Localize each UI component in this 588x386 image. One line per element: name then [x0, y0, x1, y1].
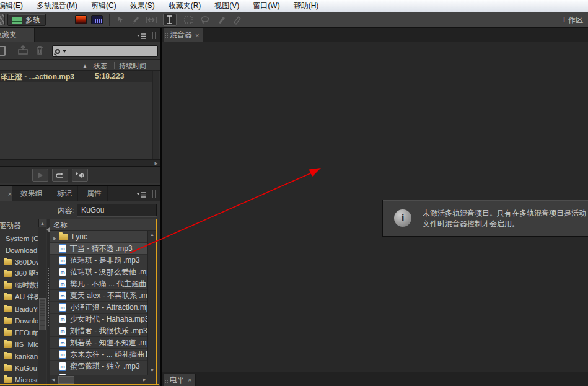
tree-row[interactable]: m夏天 alex - 不再联系 .mp3 — [50, 290, 148, 302]
tree-row[interactable]: m东来东往 - ... 婚礼插曲】 — [50, 349, 148, 361]
column-status[interactable]: 状态 — [94, 61, 107, 71]
marquee-selection-tool-icon[interactable] — [182, 14, 195, 26]
spectral-display-button[interactable] — [75, 15, 87, 24]
multitrack-button[interactable]: 多轨 — [7, 14, 46, 26]
tree-row-label: 东来东往 - ... 婚礼插曲】 — [70, 349, 148, 360]
tab-favorites[interactable]: 收藏夹 — [0, 28, 35, 42]
scroll-right-icon[interactable]: ▶ — [143, 377, 146, 382]
import-file-icon[interactable] — [0, 46, 6, 56]
tab-levels[interactable]: 电平 × — [164, 374, 196, 386]
tree-row[interactable]: m范玮琪 - 是非题 .mp3 — [50, 255, 148, 266]
slip-tool-icon[interactable] — [144, 14, 158, 26]
razor-tool-icon[interactable] — [129, 14, 143, 26]
tab-effects-rack[interactable]: 效果组 — [15, 186, 48, 201]
tree-row[interactable]: m刘若英 - 知道不知道 .mp3 — [50, 337, 148, 349]
scroll-up-icon[interactable]: ▲ — [38, 219, 46, 227]
tab-media-browser-active[interactable]: × — [0, 186, 12, 201]
drive-item[interactable]: kankan — [0, 350, 38, 362]
menu-item-0[interactable]: 编辑(E) — [0, 0, 30, 12]
menu-item-4[interactable]: 收藏夹(R) — [162, 0, 208, 12]
menu-item-6[interactable]: 窗口(W) — [246, 0, 286, 12]
auto-play-button[interactable] — [72, 169, 88, 182]
tab-mixer[interactable]: 混音器 × — [164, 28, 203, 42]
menu-item-3[interactable]: 效果(S) — [123, 0, 162, 12]
drives-scrollbar[interactable]: ▲ — [38, 219, 46, 386]
files-horizontal-scrollbar[interactable]: ▶ — [0, 159, 160, 166]
drive-item[interactable]: 360 驱动 — [0, 268, 38, 279]
tree-row[interactable]: m刘惜君 - 我很快乐 .mp3 — [50, 325, 148, 337]
tab-markers[interactable]: 标记 — [51, 186, 78, 201]
files-vertical-scrollbar[interactable] — [152, 71, 159, 159]
lasso-selection-tool-icon[interactable] — [198, 14, 212, 26]
levels-tabstrip: 电平 × — [162, 372, 588, 386]
time-selection-tool-icon[interactable] — [163, 14, 177, 26]
scrollbar-thumb[interactable] — [58, 376, 74, 384]
drive-item[interactable]: FFOutput — [0, 327, 38, 338]
loop-playback-button[interactable] — [52, 169, 68, 182]
content-dropdown[interactable]: KuGou — [77, 204, 157, 216]
import-into-session-icon[interactable] — [17, 45, 30, 56]
drive-item[interactable]: System (C:) — [0, 232, 38, 244]
tab-properties[interactable]: 属性 — [81, 186, 108, 201]
tree-horizontal-scrollbar[interactable]: ◀ ▶ — [50, 375, 156, 384]
tree-row-label: 樊凡 - 不痛 ... 代主题曲】 — [70, 279, 148, 289]
scroll-right-icon[interactable]: ▶ — [155, 161, 158, 166]
menu-item-5[interactable]: 视图(V) — [208, 0, 246, 12]
workspace-menu[interactable]: 工作区 — [561, 15, 583, 25]
column-duration[interactable]: 持续时间 — [119, 61, 146, 71]
panel-grip[interactable] — [152, 190, 157, 198]
expand-arrow-icon[interactable] — [50, 231, 58, 242]
tree-row[interactable]: m少女时代 - Hahaha.mp3 — [50, 314, 148, 325]
mixer-area: 混音器 × i 未激活多轨混音项目。只有在多轨混音项目是活动 文件时混音器控制才… — [162, 28, 588, 386]
scroll-down-icon[interactable]: ▼ — [148, 367, 156, 375]
tree-row[interactable]: m樊凡 - 不痛 ... 代主题曲】 — [50, 278, 148, 290]
paintbrush-selection-tool-icon[interactable] — [215, 14, 229, 26]
close-tab-icon[interactable]: × — [8, 190, 12, 198]
move-tool-icon[interactable] — [114, 14, 128, 26]
tree-row[interactable]: m范玮琪 - 没那么爱他 .mp3 — [50, 266, 148, 278]
close-tab-icon[interactable]: × — [195, 32, 199, 39]
search-box[interactable] — [52, 45, 158, 57]
tree-row-label: 刘若英 - 知道不知道 .mp3 — [70, 338, 148, 348]
tree-row-label: 丁当 - 猜不透 .mp3 — [70, 243, 133, 254]
drive-item[interactable]: IIS_Mic — [0, 338, 38, 350]
tree-row[interactable]: Lyric — [50, 231, 148, 243]
folder-icon — [59, 234, 68, 240]
drive-item[interactable]: KuGou — [0, 362, 38, 374]
tree-vertical-scrollbar[interactable]: ▲ ▼ — [147, 231, 156, 375]
scrollbar-thumb[interactable] — [39, 298, 46, 330]
tree-row[interactable]: m蜜雪薇琪 - 独立 .mp3 — [50, 361, 148, 372]
drive-item[interactable]: BaiduYun — [0, 303, 38, 315]
panel-grip[interactable] — [152, 32, 157, 39]
drive-item[interactable]: AU 伴奏 — [0, 291, 38, 303]
menu-item-1[interactable]: 多轨混音(M) — [30, 0, 84, 12]
folder-icon — [4, 259, 12, 265]
drive-item[interactable]: Download (D:) — [0, 244, 38, 256]
scroll-left-icon[interactable]: ◀ — [51, 377, 55, 382]
drive-item[interactable]: Microsoft — [0, 374, 38, 385]
sort-ascending-icon[interactable]: ▲ — [82, 63, 87, 69]
search-input[interactable] — [66, 47, 155, 56]
drive-item[interactable]: 360Dow — [0, 256, 38, 268]
menu-item-7[interactable]: 帮助(H) — [287, 0, 326, 12]
panel-menu-icon[interactable] — [136, 32, 147, 39]
delete-icon[interactable] — [35, 45, 47, 56]
folder-icon — [4, 341, 12, 348]
waveform-display-button[interactable] — [91, 15, 103, 24]
tree-row[interactable]: m小泽正澄 - Attraction.mp3 — [50, 302, 148, 314]
spot-healing-brush-tool-icon[interactable] — [230, 14, 244, 26]
drive-item[interactable]: 临时数据 — [0, 279, 38, 291]
tree-column-name[interactable]: 名称 — [50, 219, 156, 231]
tab-grip-icon — [165, 376, 168, 384]
panel-menu-icon[interactable] — [136, 190, 147, 198]
file-row[interactable]: 小泽正澄 - ...action.mp3 5:18.223 — [0, 71, 152, 82]
waveform-editor-button[interactable] — [0, 14, 5, 25]
tree-row-label: 蜜雪薇琪 - 独立 .mp3 — [70, 361, 140, 372]
tree-row[interactable]: m丁当 - 猜不透 .mp3 — [50, 243, 148, 255]
menu-item-2[interactable]: 剪辑(C) — [84, 0, 123, 12]
close-tab-icon[interactable]: × — [188, 376, 191, 384]
drive-item[interactable]: Downloads — [0, 315, 38, 327]
scroll-up-icon[interactable]: ▲ — [148, 231, 156, 239]
mixer-message-text: 未激活多轨混音项目。只有在多轨混音项目是活动 文件时混音器控制才会启用。 — [423, 208, 586, 229]
play-button[interactable] — [32, 169, 48, 182]
